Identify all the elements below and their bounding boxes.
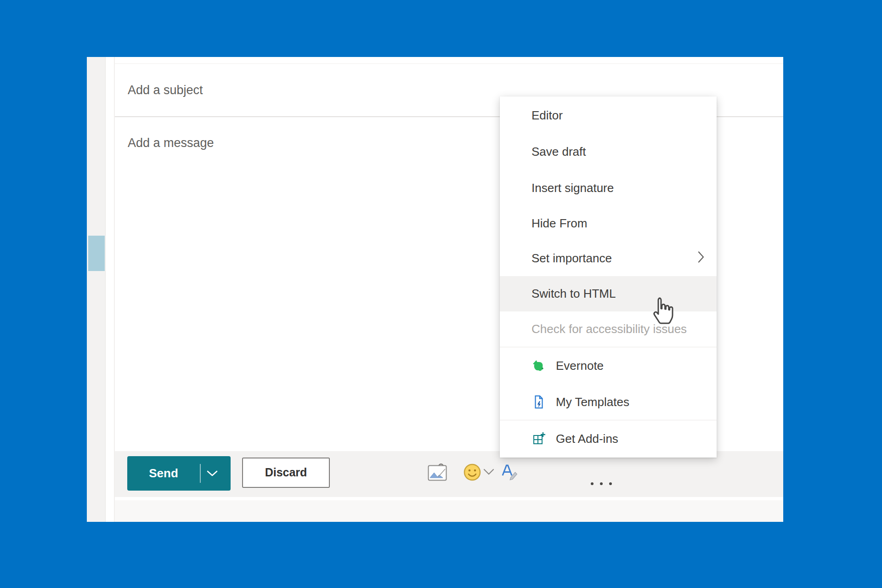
menu-item-label: Evernote (556, 359, 604, 373)
card-footer (115, 500, 783, 522)
get-addins-icon (531, 431, 546, 446)
menu-item-save-draft[interactable]: Save draft (500, 134, 717, 170)
submenu-chevron-icon (697, 251, 705, 266)
menu-item-editor[interactable]: Editor (500, 97, 717, 134)
send-dropdown-icon[interactable] (206, 470, 218, 479)
font-color-icon[interactable] (499, 463, 518, 484)
menu-item-switch-to-html[interactable]: Switch to HTML (500, 276, 717, 311)
send-split-divider (200, 464, 201, 483)
menu-item-label: My Templates (556, 395, 629, 409)
compose-toolbar: Send Discard (115, 451, 783, 497)
menu-item-label: Hide From (531, 216, 587, 231)
menu-item-label: Editor (531, 108, 563, 123)
menu-item-label: Insert signature (531, 181, 614, 195)
send-button[interactable]: Send (127, 456, 231, 491)
menu-item-label: Set importance (531, 251, 612, 266)
insert-image-icon[interactable] (428, 465, 447, 483)
emoji-icon[interactable] (463, 463, 481, 483)
more-options-icon[interactable] (590, 481, 617, 486)
menu-item-set-importance[interactable]: Set importance (500, 241, 717, 276)
toolbar-bottom-gap (115, 497, 783, 500)
my-templates-icon (531, 395, 546, 409)
send-label: Send (127, 456, 200, 491)
menu-item-label: Switch to HTML (531, 287, 616, 301)
attach-dropdown-icon[interactable] (483, 469, 494, 477)
scrollbar-thumb[interactable] (88, 236, 105, 271)
menu-item-check-for-accessibility-issues: Check for accessibility issues (500, 311, 717, 347)
hand-cursor (650, 297, 675, 327)
menu-item-my-templates[interactable]: My Templates (500, 384, 717, 420)
left-scroll-rail (87, 57, 106, 522)
message-placeholder: Add a message (128, 136, 214, 150)
subject-placeholder: Add a subject (128, 64, 203, 116)
more-options-menu: EditorSave draftInsert signatureHide Fro… (500, 96, 717, 458)
menu-item-evernote[interactable]: Evernote (500, 347, 717, 384)
menu-item-hide-from[interactable]: Hide From (500, 206, 717, 241)
menu-item-label: Get Add-ins (556, 432, 618, 446)
menu-item-insert-signature[interactable]: Insert signature (500, 170, 717, 206)
menu-item-get-add-ins[interactable]: Get Add-ins (500, 420, 717, 457)
evernote-icon (531, 358, 546, 373)
discard-button[interactable]: Discard (242, 458, 330, 488)
menu-item-label: Save draft (531, 145, 586, 159)
